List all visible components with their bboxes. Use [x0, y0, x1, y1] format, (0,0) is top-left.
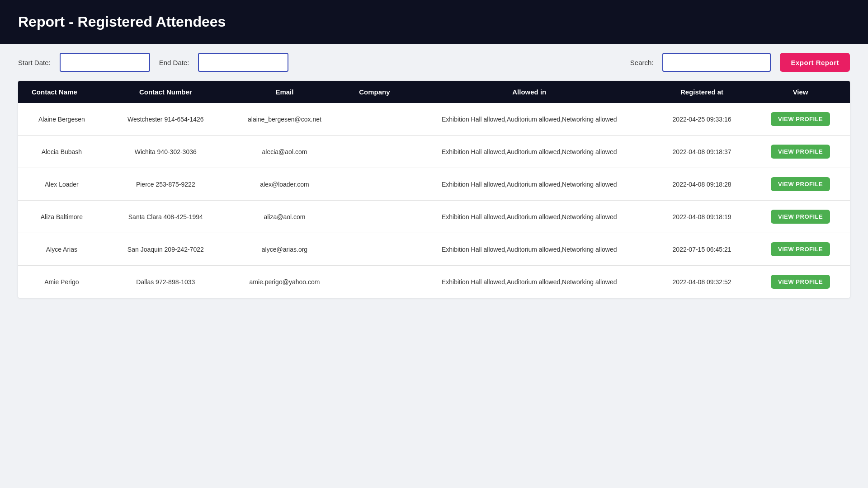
- cell-contact-number: Wichita 940-302-3036: [105, 136, 226, 168]
- cell-view: VIEW PROFILE: [751, 103, 850, 136]
- cell-registered-at: 2022-04-25 09:33:16: [653, 103, 751, 136]
- view-profile-button[interactable]: VIEW PROFILE: [771, 177, 830, 191]
- cell-allowed-in: Exhibition Hall allowed,Auditorium allow…: [406, 136, 653, 168]
- cell-email: alaine_bergesen@cox.net: [226, 103, 343, 136]
- cell-company: [343, 266, 406, 298]
- cell-company: [343, 168, 406, 201]
- cell-view: VIEW PROFILE: [751, 266, 850, 298]
- search-input[interactable]: [662, 53, 771, 72]
- date-controls: Start Date: End Date:: [18, 53, 288, 72]
- cell-allowed-in: Exhibition Hall allowed,Auditorium allow…: [406, 201, 653, 233]
- cell-view: VIEW PROFILE: [751, 233, 850, 266]
- cell-contact-name: Alecia Bubash: [18, 136, 105, 168]
- cell-view: VIEW PROFILE: [751, 136, 850, 168]
- cell-email: amie.perigo@yahoo.com: [226, 266, 343, 298]
- cell-contact-number: Santa Clara 408-425-1994: [105, 201, 226, 233]
- cell-allowed-in: Exhibition Hall allowed,Auditorium allow…: [406, 168, 653, 201]
- end-date-label: End Date:: [159, 59, 189, 66]
- cell-registered-at: 2022-04-08 09:32:52: [653, 266, 751, 298]
- view-profile-button[interactable]: VIEW PROFILE: [771, 275, 830, 289]
- col-header-company: Company: [343, 81, 406, 103]
- cell-contact-number: San Joaquin 209-242-7022: [105, 233, 226, 266]
- cell-contact-name: Alyce Arias: [18, 233, 105, 266]
- col-header-contact-number: Contact Number: [105, 81, 226, 103]
- table-header-row: Contact Name Contact Number Email Compan…: [18, 81, 850, 103]
- page-title: Report - Registered Attendees: [18, 14, 850, 30]
- cell-contact-number: Westchester 914-654-1426: [105, 103, 226, 136]
- start-date-input[interactable]: [60, 53, 150, 72]
- col-header-allowed-in: Allowed in: [406, 81, 653, 103]
- start-date-label: Start Date:: [18, 59, 51, 66]
- col-header-registered-at: Registered at: [653, 81, 751, 103]
- cell-contact-number: Pierce 253-875-9222: [105, 168, 226, 201]
- attendees-table: Contact Name Contact Number Email Compan…: [18, 81, 850, 298]
- cell-email: alex@loader.com: [226, 168, 343, 201]
- cell-contact-name: Alex Loader: [18, 168, 105, 201]
- view-profile-button[interactable]: VIEW PROFILE: [771, 145, 830, 159]
- table-row: Aliza BaltimoreSanta Clara 408-425-1994a…: [18, 201, 850, 233]
- controls-area: Start Date: End Date: Search: Export Rep…: [0, 44, 868, 76]
- cell-contact-name: Alaine Bergesen: [18, 103, 105, 136]
- cell-registered-at: 2022-04-08 09:18:28: [653, 168, 751, 201]
- cell-company: [343, 201, 406, 233]
- table-row: Amie PerigoDallas 972-898-1033amie.perig…: [18, 266, 850, 298]
- cell-contact-number: Dallas 972-898-1033: [105, 266, 226, 298]
- cell-company: [343, 136, 406, 168]
- cell-view: VIEW PROFILE: [751, 201, 850, 233]
- cell-contact-name: Aliza Baltimore: [18, 201, 105, 233]
- cell-allowed-in: Exhibition Hall allowed,Auditorium allow…: [406, 103, 653, 136]
- cell-allowed-in: Exhibition Hall allowed,Auditorium allow…: [406, 266, 653, 298]
- cell-view: VIEW PROFILE: [751, 168, 850, 201]
- cell-email: aliza@aol.com: [226, 201, 343, 233]
- table-row: Alyce AriasSan Joaquin 209-242-7022alyce…: [18, 233, 850, 266]
- table-header: Contact Name Contact Number Email Compan…: [18, 81, 850, 103]
- cell-email: alecia@aol.com: [226, 136, 343, 168]
- view-profile-button[interactable]: VIEW PROFILE: [771, 210, 830, 224]
- table-row: Alaine BergesenWestchester 914-654-1426a…: [18, 103, 850, 136]
- view-profile-button[interactable]: VIEW PROFILE: [771, 112, 830, 126]
- attendees-table-container: Contact Name Contact Number Email Compan…: [18, 81, 850, 298]
- search-label: Search:: [630, 59, 654, 66]
- cell-registered-at: 2022-04-08 09:18:37: [653, 136, 751, 168]
- page-header: Report - Registered Attendees: [0, 0, 868, 44]
- table-row: Alecia BubashWichita 940-302-3036alecia@…: [18, 136, 850, 168]
- cell-allowed-in: Exhibition Hall allowed,Auditorium allow…: [406, 233, 653, 266]
- search-export-controls: Search: Export Report: [630, 53, 850, 72]
- cell-company: [343, 233, 406, 266]
- cell-contact-name: Amie Perigo: [18, 266, 105, 298]
- table-body: Alaine BergesenWestchester 914-654-1426a…: [18, 103, 850, 298]
- table-row: Alex LoaderPierce 253-875-9222alex@loade…: [18, 168, 850, 201]
- cell-email: alyce@arias.org: [226, 233, 343, 266]
- cell-registered-at: 2022-07-15 06:45:21: [653, 233, 751, 266]
- col-header-email: Email: [226, 81, 343, 103]
- cell-registered-at: 2022-04-08 09:18:19: [653, 201, 751, 233]
- col-header-contact-name: Contact Name: [18, 81, 105, 103]
- col-header-view: View: [751, 81, 850, 103]
- cell-company: [343, 103, 406, 136]
- end-date-input[interactable]: [198, 53, 288, 72]
- view-profile-button[interactable]: VIEW PROFILE: [771, 242, 830, 256]
- export-report-button[interactable]: Export Report: [780, 53, 850, 72]
